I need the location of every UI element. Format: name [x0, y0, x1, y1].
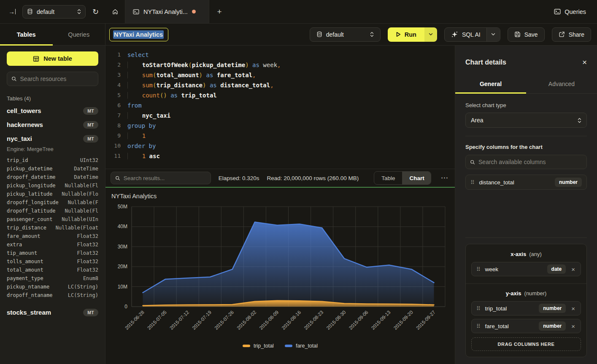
run-database-selector[interactable]: default	[310, 27, 381, 42]
share-button-label: Share	[569, 31, 584, 38]
column-row-fare_amount[interactable]: fare_amountFloat32	[7, 232, 98, 240]
column-row-total_amount[interactable]: total_amountFloat32	[7, 266, 98, 274]
run-database-value: default	[326, 31, 366, 38]
table-name: stocks_stream	[7, 309, 51, 316]
close-panel-icon[interactable]: ×	[582, 58, 587, 66]
column-row-dropoff_ntaname[interactable]: dropoff_ntanameLC(String)	[7, 291, 98, 299]
column-chip-week[interactable]: ⠿weekdate×	[471, 262, 581, 276]
legend-item-trip_total[interactable]: trip_total	[243, 343, 274, 349]
new-table-button[interactable]: New table	[7, 51, 98, 66]
view-toggle-chart[interactable]: Chart	[402, 172, 431, 184]
code-line[interactable]: 4 sum(trip_distance) as distance_total,	[105, 80, 455, 90]
column-chip-distance_total[interactable]: ⠿distance_totalnumber	[465, 175, 587, 190]
resource-search[interactable]	[7, 72, 98, 86]
axis-card: x-axis (any) ⠿weekdate× y-axis (number) …	[465, 244, 587, 357]
search-icon	[470, 159, 475, 165]
column-row-trip_distance[interactable]: trip_distanceNullable(Float	[7, 224, 98, 232]
x-axis-hint: (any)	[529, 251, 542, 257]
column-row-pickup_ntaname[interactable]: pickup_ntanameLC(String)	[7, 283, 98, 291]
column-chip-trip_total[interactable]: ⠿trip_totalnumber×	[471, 301, 581, 315]
remove-column-icon[interactable]: ×	[570, 305, 576, 312]
results-search-input[interactable]	[124, 175, 206, 181]
share-button[interactable]: Share	[552, 27, 591, 42]
engine-badge: MT	[83, 309, 98, 316]
table-row-stocks_stream[interactable]: stocks_streamMT	[7, 305, 98, 319]
column-row-tip_amount[interactable]: tip_amountFloat32	[7, 249, 98, 257]
code-line[interactable]: 1select	[105, 50, 455, 60]
sidebar-tab-tables[interactable]: Tables	[0, 24, 53, 45]
column-name: tolls_amount	[7, 259, 43, 264]
drop-columns-zone[interactable]: DRAG COLUMNS HERE	[471, 337, 581, 351]
save-button[interactable]: Save	[508, 27, 545, 42]
tab-strip: NYTaxi Analyti... +	[105, 0, 554, 23]
code-line[interactable]: 10order by	[105, 141, 455, 151]
column-row-trip_id[interactable]: trip_idUInt32	[7, 156, 98, 164]
view-toggle-table[interactable]: Table	[374, 172, 402, 184]
column-name: trip_id	[7, 157, 28, 163]
chart-legend: trip_totalfare_total	[105, 343, 455, 349]
column-row-pickup_datetime[interactable]: pickup_datetimeDateTime	[7, 164, 98, 173]
code-line[interactable]: 8group by	[105, 121, 455, 131]
drag-handle-icon[interactable]: ⠿	[476, 323, 481, 329]
column-search-input[interactable]	[478, 159, 582, 165]
legend-item-fare_total[interactable]: fare_total	[285, 343, 318, 349]
collapse-sidebar-icon[interactable]: →	[8, 9, 16, 14]
chart-area: NYTaxi Analytics 010M20M30M40M50M2015-06…	[105, 188, 455, 364]
y-tick-label: 20M	[118, 264, 127, 270]
area-chart[interactable]: 010M20M30M40M50M2015-06-282015-07-052015…	[105, 188, 455, 364]
drag-handle-icon[interactable]: ⠿	[470, 179, 475, 186]
console-tab-icon	[133, 9, 139, 15]
drag-handle-icon[interactable]: ⠿	[476, 266, 481, 272]
queries-button[interactable]: Queries	[554, 8, 586, 15]
column-chip-fare_total[interactable]: ⠿fare_totalnumber×	[471, 319, 581, 333]
sidebar-tab-queries[interactable]: Queries	[53, 24, 105, 45]
database-selector[interactable]: default	[22, 5, 86, 19]
run-button[interactable]: Run	[388, 27, 424, 42]
code-line[interactable]: 9 1	[105, 131, 455, 141]
code-line[interactable]: 2 toStartOfWeek(pickup_datetime) as week…	[105, 60, 455, 70]
query-title-input[interactable]: NYTaxi Analytics	[109, 28, 168, 41]
drag-handle-icon[interactable]: ⠿	[476, 305, 481, 312]
home-button[interactable]	[105, 0, 125, 23]
table-row-hackernews[interactable]: hackernewsMT	[7, 118, 98, 132]
code-line[interactable]: 5 count() as trip_total	[105, 90, 455, 100]
column-search[interactable]	[465, 155, 587, 169]
sql-editor[interactable]: 1select2 toStartOfWeek(pickup_datetime) …	[105, 46, 455, 169]
results-search[interactable]	[111, 172, 211, 184]
y-tick-label: 40M	[118, 224, 127, 229]
column-row-pickup_longitude[interactable]: pickup_longitudeNullable(Fl	[7, 181, 98, 190]
run-options-button[interactable]	[424, 27, 437, 42]
tab-advanced-label: Advanced	[548, 81, 575, 87]
column-row-dropoff_latitude[interactable]: dropoff_latitudeNullable(Fl	[7, 207, 98, 215]
column-row-extra[interactable]: extraFloat32	[7, 240, 98, 249]
tab-general[interactable]: General	[455, 75, 526, 93]
column-row-dropoff_datetime[interactable]: dropoff_datetimeDateTime	[7, 173, 98, 181]
table-row-cell_towers[interactable]: cell_towersMT	[7, 104, 98, 118]
engine-badge: MT	[83, 107, 98, 115]
column-row-passenger_count[interactable]: passenger_countNullable(UIn	[7, 215, 98, 224]
divider	[465, 136, 587, 136]
column-row-dropoff_longitude[interactable]: dropoff_longitudeNullable(F	[7, 198, 98, 207]
sql-ai-options-button[interactable]	[486, 28, 500, 41]
code-line[interactable]: 3 sum(total_amount) as fare_total,	[105, 70, 455, 80]
tab-nytaxi-analytics[interactable]: NYTaxi Analyti...	[125, 0, 209, 23]
more-options-icon[interactable]: ⋯	[439, 176, 450, 180]
chart-type-select[interactable]: Area	[465, 113, 587, 128]
body-row: New table Tables (4) cell_towersMThacker…	[0, 46, 597, 364]
new-tab-button[interactable]: +	[209, 0, 230, 23]
column-row-tolls_amount[interactable]: tolls_amountFloat32	[7, 257, 98, 266]
remove-column-icon[interactable]: ×	[570, 323, 576, 330]
column-row-payment_type[interactable]: payment_typeEnum8	[7, 274, 98, 283]
column-type: Nullable(Fl	[65, 183, 98, 189]
remove-column-icon[interactable]: ×	[570, 266, 576, 273]
table-grid-icon	[33, 56, 39, 62]
table-row-nyc_taxi[interactable]: nyc_taxiMT	[7, 132, 98, 146]
tab-advanced[interactable]: Advanced	[526, 75, 597, 93]
code-line[interactable]: 7 nyc_taxi	[105, 111, 455, 121]
code-line[interactable]: 11 1 asc	[105, 151, 455, 161]
resource-search-input[interactable]	[20, 75, 94, 82]
column-row-pickup_latitude[interactable]: pickup_latitudeNullable(Flo	[7, 190, 98, 198]
sql-ai-button[interactable]: SQL AI	[444, 27, 500, 42]
code-line[interactable]: 6from	[105, 100, 455, 111]
refresh-icon[interactable]: ↻	[92, 7, 99, 16]
